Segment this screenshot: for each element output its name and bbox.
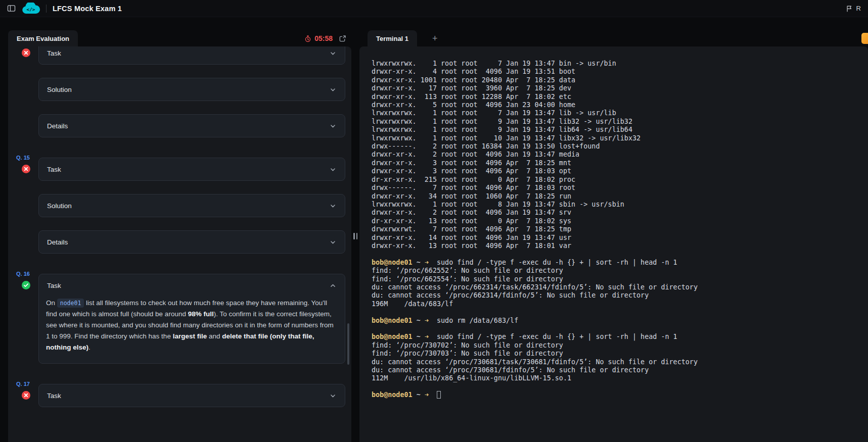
prompt-segment: bob@node01 [372, 391, 413, 399]
terminal-line: drwxr-xr-x. 5 root root 4096 Jan 23 04:0… [372, 101, 868, 109]
tab-terminal-1-label: Terminal 1 [376, 35, 408, 42]
accordion-title: Solution [47, 202, 72, 210]
prompt-segment: bob@node01 [372, 333, 413, 340]
terminal-tab-strip: Terminal 1 + [359, 30, 868, 46]
terminal-text: dr-xr-xr-x. 13 root root 0 Apr 7 18:02 s… [372, 217, 571, 225]
chevron-up-icon [329, 282, 337, 289]
expand-icon [339, 35, 346, 42]
terminal-text: sudo find / -type f -exec du -h {} + | s… [429, 333, 677, 340]
topbar-divider [46, 5, 47, 13]
terminal-line: dr-xr-xr-x. 215 root root 0 Apr 7 18:02 … [372, 176, 868, 184]
sidebar-toggle-button[interactable] [7, 5, 16, 12]
accordion-title: Task [47, 166, 61, 173]
accordion-task: TaskOn node01 list all filesystems to ch… [38, 274, 345, 364]
terminal-line: drwxr-xr-x. 1001 root root 20480 Apr 7 1… [372, 76, 868, 84]
terminal-text: drwxr-xr-x. 14 root root 4096 Jan 19 13:… [372, 234, 571, 241]
accordion-task: Task [38, 46, 345, 65]
workspace: Exam Evaluation 05:58 TaskSolutionDetail… [0, 17, 868, 442]
chevron-down-icon [329, 86, 337, 93]
terminal-line: drwxr-xr-x. 3 root root 4096 Apr 7 18:03… [372, 167, 868, 175]
expand-panel-button[interactable] [339, 35, 346, 42]
accordion-header-task[interactable]: Task [39, 384, 345, 407]
prompt-segment: ➜ [425, 259, 429, 266]
flag-icon [846, 5, 853, 12]
add-terminal-button[interactable]: + [432, 34, 438, 43]
accordion-title: Task [47, 282, 61, 289]
terminal-text: du: cannot access ‘/proc/730681/task/730… [372, 358, 698, 366]
chevron-down-icon [329, 122, 337, 130]
accordion-task: Task [38, 158, 345, 181]
terminal-text: find: ‘/proc/662552’: No such file or di… [372, 267, 563, 274]
chevron-down-icon [329, 202, 337, 210]
status-fail-badge [22, 391, 30, 400]
accordion-header-task[interactable]: Task [39, 46, 345, 64]
scrollbar-thumb[interactable] [347, 323, 349, 365]
terminal-text: drwx------. 7 root root 4096 Apr 7 18:03… [372, 184, 575, 191]
terminal-line: du: cannot access ‘/proc/662314/fdinfo/5… [372, 291, 868, 300]
pass-check-icon [22, 281, 30, 289]
cloud-logo-icon: </> [22, 3, 40, 14]
accordion-title: Details [47, 238, 68, 246]
prompt-segment: ➜ [425, 333, 429, 340]
accordion-header-solution[interactable]: Solution [39, 78, 345, 101]
accordion-content: On node01 list all filesystems to check … [39, 297, 345, 363]
terminal-text: sudo rm /data/683/lf [429, 317, 518, 324]
sidebar-toggle-icon [7, 5, 16, 12]
terminal-text: lrwxrwxrwx. 1 root root 7 Jan 19 13:47 l… [372, 109, 616, 117]
prompt-segment: ➜ [425, 391, 429, 399]
terminal-line: lrwxrwxrwx. 1 root root 9 Jan 19 13:47 l… [372, 118, 868, 126]
app-logo: </> [22, 3, 40, 14]
terminal-line: lrwxrwxrwx. 1 root root 10 Jan 19 13:47 … [372, 134, 868, 142]
exam-timer: 05:58 [304, 34, 333, 42]
question-number: Q. 16 [16, 271, 30, 277]
topbar: </> LFCS Mock Exam 1 R [0, 0, 868, 17]
status-fail-badge [22, 48, 30, 57]
terminal-text: drwxr-xr-x. 3 root root 4096 Apr 7 18:25… [372, 159, 571, 167]
terminal-text: drwxr-xr-x. 17 root root 3960 Apr 7 18:2… [372, 84, 571, 92]
terminal-text: dr-xr-xr-x. 215 root root 0 Apr 7 18:02 … [372, 176, 575, 183]
tab-exam-evaluation[interactable]: Exam Evaluation [8, 30, 78, 46]
tab-terminal-1[interactable]: Terminal 1 [368, 30, 417, 46]
terminal-line: 196M /data/683/lf [372, 300, 868, 308]
text-segment: and [207, 332, 222, 340]
question-list: TaskSolutionDetailsQ. 15TaskSolutionDeta… [8, 46, 351, 442]
stopwatch-icon [304, 35, 311, 42]
terminal-text: du: cannot access ‘/proc/662314/task/662… [372, 283, 698, 291]
exam-panel-tools: 05:58 [304, 30, 351, 46]
page-title: LFCS Mock Exam 1 [53, 5, 122, 13]
terminal-text: drwx------. 2 root root 16384 Jan 19 13:… [372, 142, 600, 150]
terminal-line: drwxr-xr-x. 17 root root 3960 Apr 7 18:2… [372, 84, 868, 92]
question-item: TaskSolutionDetails [13, 46, 345, 137]
accordion-task: Task [38, 384, 345, 407]
terminal-panel: Terminal 1 + lrwxrwxrwx. 1 root root 7 J… [359, 30, 868, 442]
report-issue-button[interactable]: R [846, 5, 861, 12]
terminal-line: lrwxrwxrwx. 1 root root 9 Jan 19 13:47 l… [372, 126, 868, 134]
terminal-line: drwxr-xr-x. 14 root root 4096 Jan 19 13:… [372, 234, 868, 242]
accordion-header-details[interactable]: Details [39, 115, 345, 137]
accordion-header-details[interactable]: Details [39, 231, 345, 253]
notification-icon[interactable] [861, 33, 868, 44]
accordion-header-solution[interactable]: Solution [39, 194, 345, 217]
bold-text: largest file [173, 332, 207, 340]
accordion-header-task[interactable]: Task [39, 158, 345, 180]
terminal-line: find: ‘/proc/730702’: No such file or di… [372, 341, 868, 350]
fail-cross-icon [22, 391, 30, 400]
terminal-line: du: cannot access ‘/proc/730681/fdinfo/5… [372, 366, 868, 374]
terminal-line: find: ‘/proc/662554’: No such file or di… [372, 275, 868, 283]
status-pass-badge [22, 281, 30, 289]
terminal-line [372, 308, 868, 316]
terminal-line: bob@node01 ~ ➜ [372, 391, 868, 399]
terminal-line: bob@node01 ~ ➜ sudo find / -type f -exec… [372, 259, 868, 267]
accordion-header-task[interactable]: Task [39, 274, 345, 297]
terminal-text: du: cannot access ‘/proc/662314/fdinfo/5… [372, 291, 649, 299]
panel-resize-handle[interactable] [351, 30, 359, 442]
terminal-line [372, 250, 868, 258]
terminal-output[interactable]: lrwxrwxrwx. 1 root root 7 Jan 19 13:47 b… [359, 46, 868, 442]
terminal-text: drwxr-xr-x. 113 root root 12288 Apr 7 18… [372, 93, 571, 101]
terminal-text: ~ [413, 333, 425, 340]
timer-value: 05:58 [314, 34, 333, 42]
terminal-text: drwxrwxrwt. 7 root root 4096 Apr 7 18:25… [372, 225, 571, 233]
terminal-text: find: ‘/proc/730703’: No such file or di… [372, 350, 563, 357]
report-label: R [856, 5, 861, 12]
question-item: Q. 17Task [13, 384, 345, 407]
